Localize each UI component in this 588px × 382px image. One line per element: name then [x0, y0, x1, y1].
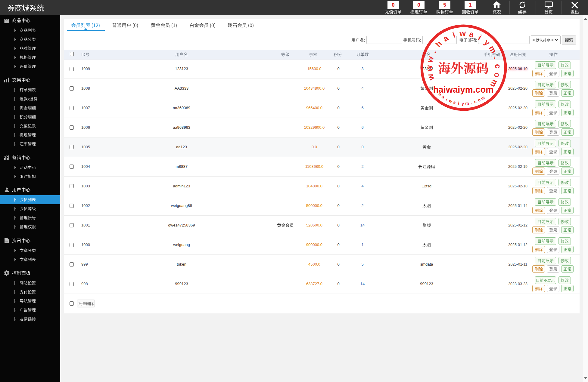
svg-text:i: i: [452, 30, 456, 39]
svg-text:c: c: [473, 99, 477, 104]
svg-text:w: w: [425, 72, 436, 82]
svg-text:i: i: [445, 97, 448, 102]
svg-text:w: w: [459, 29, 466, 38]
svg-text:c: c: [493, 64, 503, 69]
svg-text:a: a: [468, 29, 475, 39]
svg-text:i: i: [477, 33, 483, 42]
svg-text:y: y: [462, 101, 464, 106]
svg-text:w: w: [425, 65, 434, 72]
svg-text:a: a: [453, 100, 456, 105]
svg-text:a: a: [441, 33, 450, 44]
svg-text:i: i: [458, 101, 459, 106]
svg-text:m: m: [465, 101, 469, 106]
svg-text:w: w: [448, 98, 453, 104]
svg-text:y: y: [482, 38, 492, 48]
svg-text:m: m: [487, 44, 498, 55]
svg-text:o: o: [492, 72, 502, 79]
svg-text:w: w: [425, 55, 436, 64]
svg-text:h: h: [434, 39, 444, 49]
svg-text:.: .: [429, 48, 438, 54]
svg-text:m: m: [480, 95, 486, 101]
svg-text:.: .: [492, 55, 501, 60]
svg-text:.: .: [470, 100, 472, 105]
